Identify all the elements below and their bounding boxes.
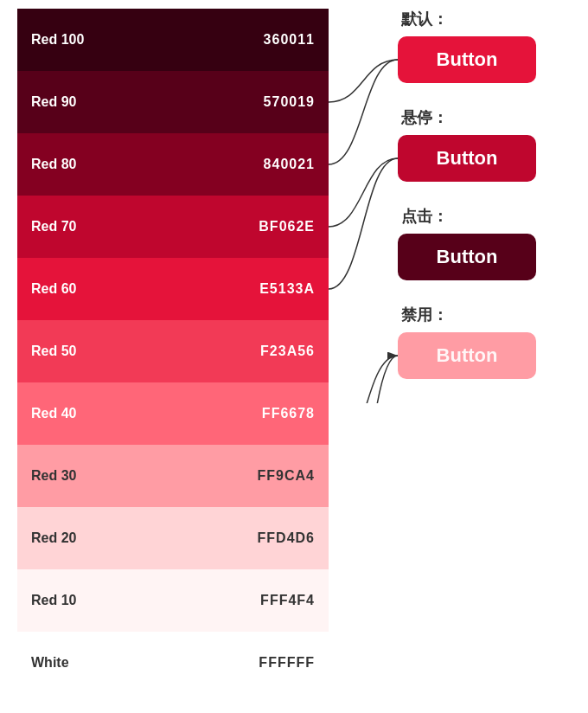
button-section-3: 禁用：Button	[398, 305, 571, 403]
right-panel: 默认：Button悬停：Button点击：Button禁用：Button	[329, 9, 571, 403]
swatch-name-10: White	[31, 655, 69, 671]
swatch-row-3: Red 70BF062E	[17, 196, 329, 258]
swatch-hex-0: 360011	[264, 32, 315, 48]
swatch-name-5: Red 50	[31, 344, 76, 359]
swatch-name-6: Red 40	[31, 406, 76, 421]
button-section-label-0: 默认：	[401, 9, 448, 29]
demo-button-0[interactable]: Button	[398, 36, 536, 83]
swatch-row-4: Red 60E5133A	[17, 258, 329, 320]
swatch-name-0: Red 100	[31, 32, 84, 48]
button-section-label-1: 悬停：	[401, 107, 448, 128]
button-section-1: 悬停：Button	[398, 107, 571, 206]
main-container: Red 100360011Red 90570019Red 80840021Red…	[17, 9, 571, 694]
swatch-row-1: Red 90570019	[17, 71, 329, 133]
swatch-hex-8: FFD4D6	[258, 530, 315, 546]
swatch-row-6: Red 40FF6678	[17, 382, 329, 445]
swatch-name-1: Red 90	[31, 94, 76, 110]
buttons-panel: 默认：Button悬停：Button点击：Button禁用：Button	[398, 9, 571, 403]
swatch-name-8: Red 20	[31, 530, 76, 546]
swatch-hex-1: 570019	[264, 94, 315, 110]
swatch-name-4: Red 60	[31, 281, 76, 297]
button-section-label-3: 禁用：	[401, 305, 448, 325]
demo-button-3[interactable]: Button	[398, 332, 536, 379]
swatch-row-0: Red 100360011	[17, 9, 329, 71]
swatch-name-2: Red 80	[31, 157, 76, 172]
swatch-name-7: Red 30	[31, 468, 76, 484]
swatch-hex-6: FF6678	[262, 406, 315, 421]
swatch-row-8: Red 20FFD4D6	[17, 507, 329, 569]
demo-button-1[interactable]: Button	[398, 135, 536, 182]
swatch-row-5: Red 50F23A56	[17, 320, 329, 382]
swatch-name-3: Red 70	[31, 219, 76, 234]
swatch-row-7: Red 30FF9CA4	[17, 445, 329, 507]
swatch-hex-5: F23A56	[260, 344, 315, 359]
button-section-label-2: 点击：	[401, 206, 448, 227]
swatch-row-9: Red 10FFF4F4	[17, 569, 329, 632]
swatch-column: Red 100360011Red 90570019Red 80840021Red…	[17, 9, 329, 694]
swatch-hex-4: E5133A	[259, 281, 315, 297]
swatch-row-2: Red 80840021	[17, 133, 329, 196]
swatch-hex-9: FFF4F4	[260, 593, 315, 608]
button-section-2: 点击：Button	[398, 206, 571, 305]
swatch-hex-10: FFFFFF	[259, 655, 315, 671]
demo-button-2[interactable]: Button	[398, 234, 536, 280]
swatch-row-10: WhiteFFFFFF	[17, 632, 329, 694]
button-section-0: 默认：Button	[398, 9, 571, 107]
swatch-name-9: Red 10	[31, 593, 76, 608]
swatch-hex-7: FF9CA4	[258, 468, 315, 484]
swatch-hex-2: 840021	[264, 157, 315, 172]
swatch-hex-3: BF062E	[259, 219, 315, 234]
